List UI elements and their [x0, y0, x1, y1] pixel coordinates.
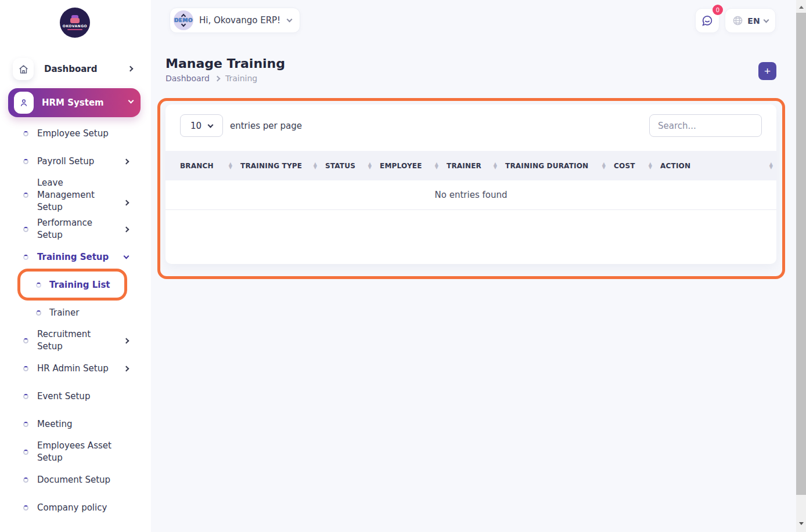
sidebar-item-label: Company policy	[37, 502, 107, 514]
chat-badge-count: 0	[713, 5, 723, 15]
sidebar-item-training-setup[interactable]: Training Setup	[0, 243, 151, 271]
user-menu-button[interactable]: DEMO Hi, Okovango ERP!	[170, 8, 300, 33]
bullet-ring-icon	[23, 193, 28, 198]
chevron-right-icon	[124, 200, 129, 205]
chevron-right-icon	[124, 338, 129, 343]
vertical-scrollbar[interactable]	[796, 0, 806, 532]
sidebar-item-hrm-system[interactable]: HRM System	[8, 88, 141, 117]
column-header-branch[interactable]: BRANCH ▲▼	[180, 162, 240, 170]
chat-bubble-icon	[701, 15, 714, 27]
scroll-up-arrow[interactable]	[796, 2, 806, 12]
table-header-row: BRANCH ▲▼ TRAINING TYPE ▲▼ STATUS ▲▼ EMP…	[165, 151, 776, 180]
sidebar-item-meeting[interactable]: Meeting	[0, 410, 151, 438]
sidebar-item-label: Performance Setup	[37, 217, 114, 241]
sidebar: OKOVANGO Dashboard HRM System Employee S…	[0, 0, 151, 532]
sidebar-item-payroll-setup[interactable]: Payroll Setup	[0, 147, 151, 175]
sort-icon: ▲▼	[602, 162, 606, 169]
sidebar-item-leave-management-setup[interactable]: Leave Management Setup	[0, 176, 151, 213]
sidebar-item-company-policy[interactable]: Company policy	[0, 494, 151, 522]
breadcrumb-dashboard-link[interactable]: Dashboard	[165, 74, 210, 83]
bullet-ring-icon	[23, 422, 28, 427]
column-label: TRAINING TYPE	[240, 162, 302, 170]
sidebar-item-label: Employee Setup	[37, 128, 109, 140]
chat-button[interactable]: 0	[695, 8, 719, 33]
training-table-card: 10 entries per page BRANCH ▲▼ TRAINING T…	[165, 104, 776, 264]
breadcrumb-current: Training	[225, 74, 257, 83]
column-header-employee[interactable]: EMPLOYEE ▲▼	[380, 162, 447, 170]
search-input[interactable]	[649, 114, 762, 137]
sidebar-item-label: Meeting	[37, 418, 72, 430]
column-label: TRAINER	[447, 162, 481, 170]
bullet-ring-icon	[23, 131, 28, 136]
bullet-ring-icon	[23, 159, 28, 164]
sidebar-item-trainer[interactable]: Trainer	[0, 299, 151, 327]
chevron-right-icon	[215, 75, 221, 81]
entries-per-page-value: 10	[190, 121, 202, 131]
chevron-down-icon	[763, 17, 769, 23]
sidebar-item-employees-asset-setup[interactable]: Employees Asset Setup	[0, 438, 151, 466]
greeting-text: Hi, Okovango ERP!	[199, 15, 280, 26]
scrollbar-thumb[interactable]	[796, 13, 806, 495]
chevron-right-icon	[124, 365, 129, 371]
entries-per-page-label: entries per page	[230, 121, 302, 131]
chevron-down-icon	[124, 254, 129, 259]
sidebar-item-label: Event Setup	[37, 390, 90, 403]
language-code: EN	[747, 16, 760, 26]
column-label: BRANCH	[180, 162, 214, 170]
bullet-ring-icon	[23, 394, 28, 399]
sidebar-item-dashboard[interactable]: Dashboard	[0, 57, 151, 85]
sidebar-item-event-setup[interactable]: Event Setup	[0, 382, 151, 410]
column-header-training-type[interactable]: TRAINING TYPE ▲▼	[240, 162, 325, 170]
column-label: ACTION	[660, 162, 690, 170]
logo-brand-text: OKOVANGO	[63, 24, 87, 28]
sort-icon: ▲▼	[314, 162, 317, 169]
sort-icon: ▲▼	[229, 162, 232, 169]
column-label: EMPLOYEE	[380, 162, 422, 170]
sidebar-item-label: Recruitment Setup	[37, 328, 114, 353]
column-label: TRAINING DURATION	[505, 162, 588, 170]
bullet-ring-icon	[23, 450, 28, 455]
scroll-down-arrow[interactable]	[796, 519, 806, 529]
sidebar-item-document-setup[interactable]: Document Setup	[0, 466, 151, 494]
sidebar-item-performance-setup[interactable]: Performance Setup	[0, 215, 151, 243]
bullet-ring-icon	[23, 366, 28, 371]
sidebar-item-recruitment-setup[interactable]: Recruitment Setup	[0, 327, 151, 354]
sidebar-item-label: Trainer	[49, 307, 79, 319]
page-title: Manage Training	[165, 56, 285, 71]
sort-icon: ▲▼	[769, 162, 773, 169]
chevron-down-icon	[287, 17, 293, 23]
sort-icon: ▲▼	[435, 162, 438, 169]
column-header-training-duration[interactable]: TRAINING DURATION ▲▼	[505, 162, 614, 170]
column-label: STATUS	[325, 162, 355, 170]
sidebar-item-label: HRM System	[42, 97, 104, 108]
empty-table-message: No entries found	[165, 180, 776, 210]
sidebar-item-label: Leave Management Setup	[37, 177, 114, 213]
logo-tagline-bar	[67, 29, 82, 30]
sidebar-item-employee-setup[interactable]: Employee Setup	[0, 120, 151, 147]
chevron-right-icon	[124, 226, 129, 232]
column-header-cost[interactable]: COST ▲▼	[614, 162, 660, 170]
bullet-ring-icon	[23, 255, 28, 260]
add-training-button[interactable]: +	[758, 62, 776, 80]
column-header-trainer[interactable]: TRAINER ▲▼	[447, 162, 505, 170]
sidebar-item-hr-admin-setup[interactable]: HR Admin Setup	[0, 354, 151, 382]
main-content: DEMO Hi, Okovango ERP! 0 EN Manage Train…	[151, 0, 796, 532]
column-header-status[interactable]: STATUS ▲▼	[325, 162, 380, 170]
chevron-right-icon	[124, 158, 129, 164]
chevron-right-icon	[128, 66, 134, 72]
bullet-ring-icon	[23, 338, 28, 343]
column-header-action[interactable]: ACTION ▲▼	[660, 162, 776, 170]
bullet-ring-icon	[23, 477, 28, 483]
bullet-ring-icon	[23, 227, 28, 232]
entries-per-page-select[interactable]: 10	[180, 114, 223, 137]
language-selector[interactable]: EN	[725, 8, 776, 33]
bullet-ring-icon	[36, 310, 41, 316]
sort-icon: ▲▼	[494, 162, 497, 169]
app-logo[interactable]: OKOVANGO	[60, 8, 90, 38]
sidebar-item-training-list[interactable]: Training List	[0, 271, 151, 299]
chevron-down-icon	[128, 98, 134, 104]
chevron-down-icon	[208, 122, 214, 128]
demo-badge-icon: DEMO	[174, 10, 193, 30]
column-label: COST	[614, 162, 635, 170]
bullet-ring-icon	[23, 505, 28, 511]
